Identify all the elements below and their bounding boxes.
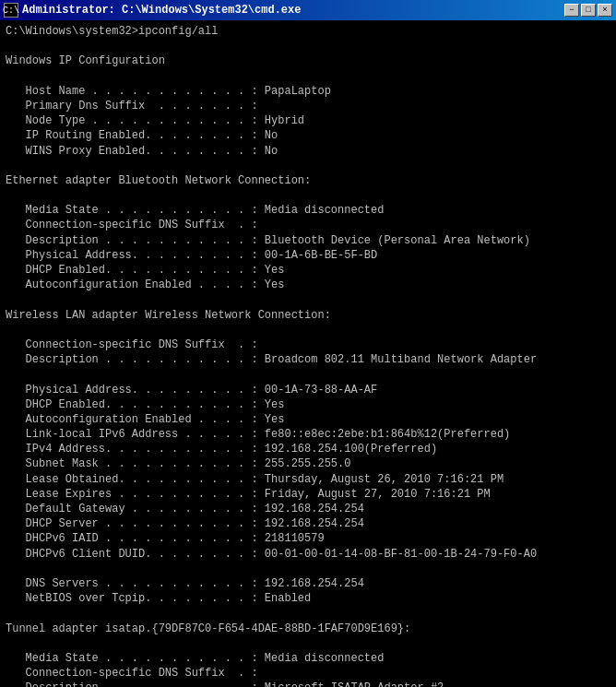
title-bar: C:\ Administrator: C:\Windows\System32\c… — [0, 0, 616, 20]
minimize-button[interactable]: − — [564, 4, 579, 17]
close-button[interactable]: × — [598, 4, 612, 17]
title-buttons[interactable]: − □ × — [564, 4, 612, 17]
maximize-button[interactable]: □ — [581, 4, 596, 17]
cmd-window: C:\ Administrator: C:\Windows\System32\c… — [0, 0, 616, 687]
window-title: Administrator: C:\Windows\System32\cmd.e… — [22, 4, 301, 17]
cmd-icon: C:\ — [4, 3, 18, 18]
title-bar-left: C:\ Administrator: C:\Windows\System32\c… — [4, 3, 301, 18]
terminal-output[interactable]: C:\Windows\system32>ipconfig/all Windows… — [0, 20, 616, 687]
